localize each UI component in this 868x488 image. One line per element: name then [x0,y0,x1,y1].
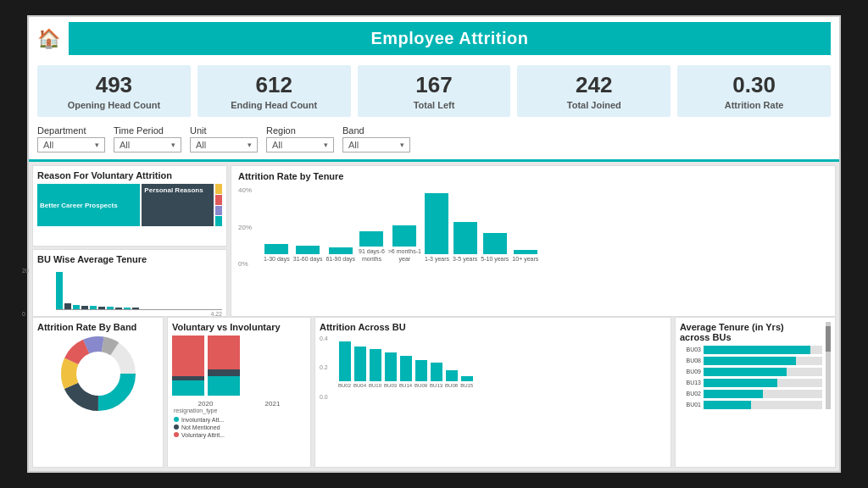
filter-time-period-value: All [120,140,130,150]
vol-inv-bar-2021 [208,336,240,396]
filter-unit-select[interactable]: All ▾ [190,137,258,152]
attrition-across-bu-chart: 0.4 0.2 0.0 BU02 BU04 [320,336,666,412]
tenure-bars: 1-30 days 31-60 days 61-90 days 91 [238,186,828,263]
vol-mini-bar-1 [215,184,222,194]
tenure-label-7: 5-10 years [481,256,509,263]
filter-band-label: Band [342,125,410,136]
filter-region-select[interactable]: All ▾ [266,137,334,152]
year-label-2021: 2021 [265,400,281,408]
bu-attr-bar-fill-BU10 [370,349,381,381]
bu-attr-label-BU15: BU15 [460,383,473,388]
kpi-label-0: Opening Head Count [41,100,187,110]
tenure-bar-0: 1-30 days [264,244,290,263]
bu-attr-bar-fill-BU04 [354,347,366,381]
avg-tenure-bu-label-BU02: BU02 [680,391,701,396]
tenure-bar-fill-4 [392,225,416,247]
vol-mini-bar-4 [215,216,222,226]
avg-tenure-content: Average Tenure (in Yrs)across BUs BU03 B… [680,322,822,409]
tenure-bar-fill-0 [264,244,288,254]
tenure-bar-4: >6 months-1year [388,225,421,263]
bu-attr-bar-fill-BU09 [415,360,427,381]
vol-inv-title: Voluntary vs Involuntary [172,322,306,332]
kpi-label-4: Attrition Rate [681,100,827,110]
left-top-panels: Reason For Voluntary Attrition Better Ca… [32,165,227,317]
scrollbar[interactable] [826,322,831,409]
content-area: Reason For Voluntary Attrition Better Ca… [29,162,839,471]
legend-label-2: Voluntary Attrit... [181,432,225,438]
bu-attr-y-bot: 0.0 [320,394,328,400]
filters-row: Department All ▾ Time Period All ▾ Unit … [29,122,839,159]
scrollbar-thumb[interactable] [826,326,831,352]
legend-item-0: Involuntary Att... [174,417,306,423]
bu-attr-bar-BU09: BU09 [415,360,427,388]
bu-attr-label-BU10: BU10 [369,383,381,388]
filter-band-select[interactable]: All ▾ [342,137,410,152]
bu-attr-bar-BU08: BU08 [445,370,458,388]
bu-avg-tenure-title: BU Wise Average Tenure [37,254,222,264]
attrition-by-band-title: Attrition Rate By Band [37,322,159,332]
attrition-by-tenure-panel: Attrition Rate by Tenure 40% 20% 0% 1-30… [231,165,836,317]
attrition-by-tenure-chart: 40% 20% 0% 1-30 days 31-60 days [238,186,828,280]
filter-time-period-select[interactable]: All ▾ [114,137,181,152]
avg-tenure-bar-fill-BU02 [704,390,763,398]
attrition-by-tenure-title: Attrition Rate by Tenure [238,171,828,181]
vol-inv-seg-2021-3 [208,376,240,396]
kpi-label-1: Ending Head Count [201,100,348,110]
avg-tenure-title: Average Tenure (in Yrs)across BUs [680,322,822,342]
bu-y-label-top: 20 [22,268,29,274]
bu-attr-label-BU08: BU08 [445,383,458,388]
kpi-label-2: Total Left [361,100,508,110]
vol-inv-seg-2020-3 [172,380,204,396]
vol-inv-legend-title: resignation_type Involuntary Att... Not … [174,408,306,438]
filter-band-value: All [348,140,359,150]
vol-inv-bar-2020 [172,336,204,396]
home-icon[interactable]: 🏠 [37,28,60,50]
chevron-down-icon-5: ▾ [400,141,404,149]
filter-department: Department All ▾ [37,125,105,152]
bu-attr-bars-row: BU02 BU04 BU10 BU03 [338,336,666,400]
legend-label-0: Involuntary Att... [181,417,224,423]
legend-dot-2 [174,432,179,437]
vol-bar-right-mini [215,184,222,226]
bu-attr-label-BU09: BU09 [415,383,427,388]
avg-tenure-bar-bg-BU08 [704,357,822,365]
vol-bar-career-label: Better Career Prospects [40,202,118,209]
legend-title: resignation_type [174,408,306,413]
tenure-bar-1: 31-60 days [293,246,323,263]
bu-bars [56,268,222,310]
kpi-ending-head-count: 612 Ending Head Count [198,65,351,117]
legend-label-1: Not Mentioned [181,424,220,430]
avg-tenure-row-BU09: BU09 [680,368,822,376]
kpi-row: 493 Opening Head Count 612 Ending Head C… [29,60,839,122]
avg-tenure-bu-label-BU01: BU01 [680,402,701,408]
filter-time-period-label: Time Period [114,125,181,136]
filter-department-select[interactable]: All ▾ [37,137,105,152]
vol-bar-career: Better Career Prospects [37,184,140,226]
avg-tenure-bar-fill-BU01 [704,401,751,409]
tenure-bar-fill-3 [359,231,383,247]
bu-bar-1 [56,272,63,310]
bu-y-label-bot: 0 [22,311,29,317]
avg-tenure-row-BU01: BU01 [680,401,822,409]
bu-attr-bar-BU04: BU04 [353,347,366,388]
avg-tenure-bar-bg-BU02 [704,390,822,398]
tenure-label-6: 3-5 years [453,256,477,263]
tenure-bar-5: 1-3 years [425,193,449,263]
attrition-across-bu-panel: Attrition Across BU 0.4 0.2 0.0 BU02 [314,317,671,469]
bu-y-labels: 20 0 [22,268,29,317]
kpi-total-left: 167 Total Left [358,65,511,117]
kpi-total-joined: 242 Total Joined [517,65,670,117]
bu-attr-label-BU03: BU03 [384,383,397,388]
vol-bar-personal: Personal Reasons [142,184,214,226]
bu-attr-bar-fill-BU02 [339,341,351,381]
bu-attr-y-mid: 0.2 [320,364,328,370]
bu-attr-bar-BU13: BU13 [430,363,442,388]
vol-bar-personal-label: Personal Reasons [144,186,203,194]
filter-unit-label: Unit [190,125,258,136]
bu-attr-bar-fill-BU14 [400,356,412,381]
kpi-label-3: Total Joined [520,100,667,110]
kpi-value-0: 493 [41,72,187,98]
bu-attr-label-BU02: BU02 [338,383,351,388]
avg-tenure-bar-bg-BU01 [704,401,822,409]
header-title: Employee Attrition [69,22,831,55]
